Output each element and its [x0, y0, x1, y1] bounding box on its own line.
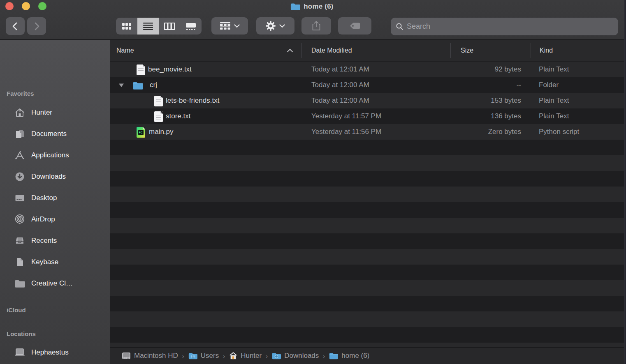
finder-window: home (6): [0, 0, 626, 364]
search-icon: [396, 23, 403, 30]
document-icon: [14, 256, 26, 268]
path-bar: Macintosh HD › Users › Hunter ›: [110, 347, 624, 364]
sidebar: Favorites Hunter Documents Applications …: [0, 40, 110, 364]
gallery-view-button[interactable]: [180, 18, 202, 35]
table-row[interactable]: PC main.py Yesterday at 11:56 PM Zero by…: [110, 124, 624, 140]
sidebar-section-locations: Locations: [7, 329, 36, 339]
breadcrumb-separator: ›: [323, 352, 325, 359]
recents-icon: [14, 235, 26, 247]
view-mode-control: [116, 18, 202, 35]
toolbar: home (6): [0, 0, 624, 40]
table-row[interactable]: store.txt Yesterday at 11:57 PM 136 byte…: [110, 108, 624, 124]
breadcrumb-home[interactable]: home (6): [329, 352, 369, 360]
share-icon: [312, 21, 321, 31]
airdrop-icon: [14, 214, 26, 225]
column-header-name[interactable]: Name: [116, 40, 134, 61]
sidebar-item-recents[interactable]: Recents: [0, 235, 110, 247]
folder-icon: [290, 2, 300, 11]
folder-icon: [132, 80, 143, 91]
column-divider: [450, 43, 451, 58]
group-by-icon: [220, 22, 230, 30]
laptop-icon: [14, 347, 26, 358]
sidebar-item-hephaestus[interactable]: Hephaestus: [0, 346, 110, 359]
back-button[interactable]: [6, 17, 25, 35]
column-header-size[interactable]: Size: [461, 40, 473, 61]
sidebar-section-icloud: iCloud: [7, 305, 26, 315]
text-file-icon: [153, 111, 164, 122]
home-folder-icon: [229, 352, 237, 360]
users-folder-icon: [188, 352, 197, 359]
disclosure-triangle-icon[interactable]: [117, 77, 125, 93]
column-view-button[interactable]: [159, 18, 180, 35]
sidebar-item-airdrop[interactable]: AirDrop: [0, 213, 110, 226]
folder-icon: [14, 278, 26, 289]
forward-button[interactable]: [27, 17, 46, 35]
column-header-date-modified[interactable]: Date Modified: [311, 40, 352, 61]
breadcrumb-hunter[interactable]: Hunter: [229, 352, 262, 360]
window-title: home (6): [0, 0, 624, 13]
breadcrumb-downloads[interactable]: Downloads: [272, 352, 319, 360]
page-title: home (6): [304, 2, 333, 11]
downloads-icon: [14, 171, 26, 182]
sidebar-item-creative-cloud[interactable]: Creative Cl…: [0, 277, 110, 290]
share-button[interactable]: [301, 17, 331, 35]
breadcrumb-separator: ›: [182, 352, 184, 359]
window-edge: [624, 0, 626, 364]
home-icon: [14, 107, 26, 118]
table-row[interactable]: lets-be-friends.txt Today at 12:00 AM 15…: [110, 93, 624, 108]
chevron-down-icon: [279, 24, 285, 28]
breadcrumb-separator: ›: [223, 352, 225, 359]
gear-icon: [266, 21, 276, 31]
chevron-down-icon: [234, 24, 240, 28]
desktop-icon: [14, 192, 26, 204]
column-divider: [531, 43, 531, 58]
list-header: Name Date Modified Size Kind: [110, 40, 624, 61]
list-view-button[interactable]: [137, 18, 159, 35]
sidebar-item-documents[interactable]: Documents: [0, 128, 110, 140]
breadcrumb-macintosh-hd[interactable]: Macintosh HD: [122, 352, 178, 360]
breadcrumb-users[interactable]: Users: [188, 352, 219, 360]
sidebar-item-downloads[interactable]: Downloads: [0, 170, 110, 183]
actions-button[interactable]: [256, 17, 294, 35]
pycharm-file-icon: PC: [135, 127, 146, 138]
text-file-icon: [153, 95, 164, 106]
column-header-kind[interactable]: Kind: [540, 40, 553, 61]
sidebar-item-hunter[interactable]: Hunter: [0, 106, 110, 119]
hard-drive-icon: [122, 352, 131, 360]
table-row[interactable]: bee_movie.txt Today at 12:01 AM 92 bytes…: [110, 62, 624, 77]
sidebar-section-favorites: Favorites: [7, 88, 34, 98]
applications-icon: [14, 150, 26, 161]
sort-ascending-icon: [287, 40, 293, 61]
search-field[interactable]: [391, 18, 618, 35]
icon-view-button[interactable]: [116, 18, 137, 35]
documents-icon: [14, 128, 26, 140]
sidebar-item-desktop[interactable]: Desktop: [0, 192, 110, 204]
sidebar-item-applications[interactable]: Applications: [0, 149, 110, 161]
tag-icon: [349, 22, 361, 30]
file-list: Name Date Modified Size Kind bee_movie.t…: [110, 40, 624, 364]
column-divider: [301, 43, 302, 58]
sidebar-item-keybase[interactable]: Keybase: [0, 256, 110, 268]
group-by-button[interactable]: [211, 17, 248, 35]
table-row[interactable]: crj Today at 12:00 AM -- Folder: [110, 77, 624, 93]
tag-button[interactable]: [338, 17, 371, 35]
folder-icon: [329, 352, 338, 359]
search-input[interactable]: [407, 22, 613, 31]
list-body: bee_movie.txt Today at 12:01 AM 92 bytes…: [110, 62, 624, 347]
text-file-icon: [135, 64, 146, 75]
downloads-folder-icon: [272, 352, 281, 359]
breadcrumb-separator: ›: [266, 352, 268, 359]
